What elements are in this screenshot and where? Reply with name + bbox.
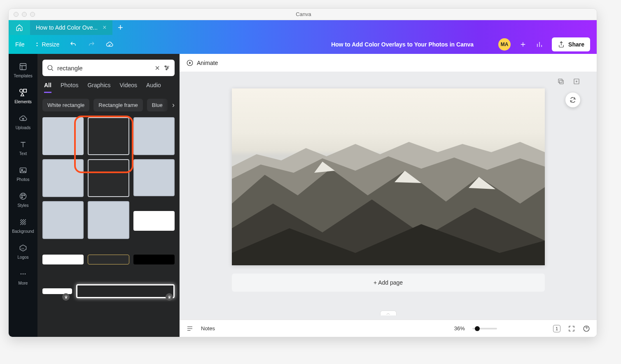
share-icon [558, 41, 565, 48]
side-rail: Templates Elements Uploads Text Photos S… [9, 54, 37, 337]
resize-icon [35, 42, 40, 47]
templates-icon [19, 63, 27, 71]
maximize-window-button[interactable] [30, 12, 35, 17]
zoom-thumb[interactable] [475, 326, 480, 331]
tab-audio[interactable]: Audio [146, 82, 161, 93]
minimize-window-button[interactable] [22, 12, 27, 17]
file-menu[interactable]: File [15, 41, 25, 48]
rail-more[interactable]: More [9, 265, 37, 289]
document-title[interactable]: How to Add Color Overlays to Your Photos… [331, 41, 474, 48]
photos-icon [19, 166, 27, 174]
tab-graphics[interactable]: Graphics [87, 82, 110, 93]
styles-icon [19, 192, 27, 200]
canvas-toolbar: Animate [180, 54, 597, 72]
add-page-button[interactable]: + Add page [232, 274, 545, 292]
tab-videos[interactable]: Videos [120, 82, 138, 93]
canvas-area: Animate [180, 54, 597, 337]
share-button[interactable]: Share [552, 37, 590, 51]
svg-point-1 [20, 89, 23, 92]
home-tab[interactable] [9, 20, 30, 35]
tab-all[interactable]: All [44, 82, 51, 93]
filter-icon[interactable] [163, 64, 170, 72]
user-avatar[interactable]: MA [498, 38, 511, 51]
svg-point-5 [20, 193, 26, 199]
element-thumb[interactable] [42, 288, 72, 294]
rail-styles[interactable]: Styles [9, 188, 37, 211]
app-body: Templates Elements Uploads Text Photos S… [9, 54, 597, 337]
regenerate-button[interactable] [565, 93, 580, 107]
svg-point-11 [23, 274, 24, 275]
app-window: Canva How to Add Color Ove... × + File R… [8, 8, 597, 337]
rail-templates-label: Templates [14, 74, 33, 78]
add-page-icon[interactable] [573, 78, 580, 85]
document-tab-title: How to Add Color Ove... [36, 24, 98, 31]
element-thumb[interactable] [42, 159, 84, 197]
rail-logos[interactable]: co. Logos [9, 239, 37, 263]
rail-uploads-label: Uploads [16, 125, 31, 130]
clear-search-icon[interactable]: × [155, 63, 160, 73]
svg-rect-0 [20, 64, 26, 70]
rail-photos[interactable]: Photos [9, 162, 37, 185]
help-icon[interactable] [583, 325, 590, 332]
duplicate-page-icon[interactable] [557, 78, 565, 85]
elements-panel: × All Photos Graphics Videos Audio White… [37, 54, 180, 337]
rail-uploads[interactable]: Uploads [9, 110, 37, 133]
refresh-icon [569, 96, 577, 104]
redo-button[interactable] [87, 40, 96, 49]
more-icon [19, 270, 27, 278]
footer-bar: Notes 36% 1 [180, 320, 597, 337]
element-thumb[interactable] [42, 117, 84, 155]
timeline-handle[interactable]: ︿ [380, 311, 397, 315]
element-thumb[interactable] [76, 284, 175, 298]
rail-text-label: Text [19, 151, 27, 156]
resize-button[interactable]: Resize [35, 41, 60, 48]
undo-button[interactable] [69, 40, 77, 49]
uploads-icon [19, 114, 27, 123]
page-count-button[interactable]: 1 [553, 325, 560, 332]
canvas-stage[interactable]: + Add page ︿ [180, 72, 597, 320]
svg-point-6 [21, 195, 23, 196]
cloud-save-button[interactable] [105, 40, 114, 49]
page-actions [557, 78, 580, 85]
zoom-slider[interactable] [472, 328, 497, 329]
tab-photos[interactable]: Photos [61, 82, 79, 93]
element-thumb[interactable] [88, 255, 129, 264]
background-icon [19, 218, 27, 226]
titlebar: Canva [9, 9, 597, 20]
new-tab-button[interactable]: + [112, 22, 129, 33]
element-thumb[interactable] [88, 159, 129, 197]
svg-text:co.: co. [21, 247, 25, 250]
animate-icon [186, 59, 194, 67]
animate-button[interactable]: Animate [186, 59, 218, 67]
document-tab[interactable]: How to Add Color Ove... × [30, 20, 112, 35]
svg-point-8 [21, 197, 23, 198]
element-thumb[interactable] [88, 117, 129, 155]
elements-icon [19, 88, 28, 97]
rail-elements[interactable]: Elements [9, 84, 37, 107]
chip-rectangle-frame[interactable]: Rectangle frame [93, 99, 142, 111]
svg-rect-18 [560, 80, 563, 84]
insights-button[interactable] [535, 40, 544, 49]
chip-white-rectangle[interactable]: White rectangle [42, 99, 89, 111]
rail-templates[interactable]: Templates [9, 58, 37, 81]
svg-point-7 [23, 195, 25, 196]
element-thumb[interactable] [133, 211, 175, 231]
notes-button[interactable]: Notes [201, 325, 215, 332]
fullscreen-icon[interactable] [568, 325, 575, 332]
search-input[interactable] [57, 65, 152, 72]
canvas-page[interactable] [232, 88, 545, 265]
rail-text[interactable]: Text [9, 136, 37, 159]
close-window-button[interactable] [14, 12, 19, 17]
element-thumb[interactable] [133, 255, 175, 264]
element-thumb[interactable] [133, 117, 175, 155]
element-thumb[interactable] [88, 201, 129, 239]
add-member-button[interactable] [519, 40, 527, 49]
element-thumb[interactable] [42, 255, 84, 264]
main-toolbar: File Resize How to Add Color Overlays to… [9, 35, 597, 54]
element-thumb[interactable] [133, 159, 175, 196]
element-thumb[interactable] [42, 201, 84, 239]
rail-background[interactable]: Background [9, 213, 37, 237]
close-tab-icon[interactable]: × [103, 24, 106, 31]
chips-scroll-right[interactable]: › [162, 99, 175, 111]
home-icon [16, 24, 23, 31]
